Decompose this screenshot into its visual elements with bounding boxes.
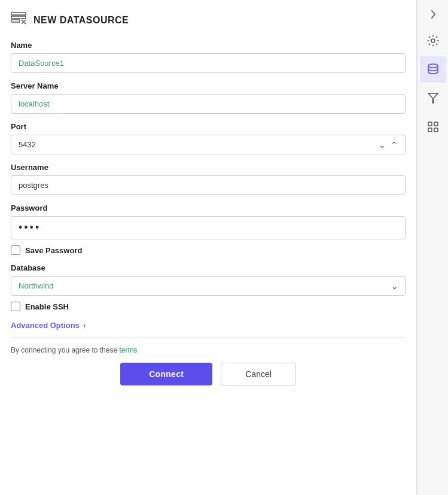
enable-ssh-label: Enable SSH: [25, 302, 69, 311]
database-label: Database: [11, 263, 406, 272]
sidebar-settings-icon[interactable]: [420, 114, 446, 140]
svg-rect-0: [11, 13, 26, 15]
save-password-checkbox[interactable]: [11, 245, 20, 255]
save-password-row: Save Password: [11, 245, 406, 255]
username-input[interactable]: [11, 175, 406, 195]
svg-rect-2: [11, 20, 20, 22]
advanced-options-label: Advanced Options: [11, 321, 80, 330]
username-label: Username: [11, 163, 406, 172]
terms-text: By connecting you agree to these terms: [11, 346, 406, 354]
svg-point-5: [431, 39, 435, 42]
password-label: Password: [11, 204, 406, 212]
port-label: Port: [11, 122, 406, 131]
password-input[interactable]: [11, 216, 406, 239]
svg-rect-1: [11, 16, 26, 19]
server-label: Server Name: [11, 81, 406, 90]
enable-ssh-checkbox[interactable]: [11, 302, 20, 311]
port-wrapper: ⌄ ⌃: [11, 135, 406, 154]
form-header: NEW DATASOURCE: [11, 12, 406, 29]
sidebar-database-icon[interactable]: [420, 56, 446, 83]
button-row: Connect Cancel: [11, 363, 406, 385]
database-select[interactable]: Northwind: [11, 276, 406, 296]
port-arrows: ⌄ ⌃: [377, 135, 406, 154]
terms-link[interactable]: terms: [119, 346, 137, 354]
name-label: Name: [11, 41, 406, 50]
svg-rect-9: [434, 122, 438, 126]
form-body: Name Server Name Port ⌄ ⌃ Username Passw…: [11, 41, 406, 485]
advanced-options-link[interactable]: Advanced Options ›: [11, 321, 406, 330]
svg-rect-11: [434, 128, 438, 132]
port-down-button[interactable]: ⌄: [377, 141, 388, 149]
cancel-button[interactable]: Cancel: [221, 363, 296, 385]
form-title: NEW DATASOURCE: [33, 15, 129, 26]
terms-prefix: By connecting you agree to these: [11, 346, 119, 354]
name-input[interactable]: [11, 53, 406, 73]
enable-ssh-row: Enable SSH: [11, 302, 406, 311]
sidebar-gear-icon[interactable]: [420, 28, 446, 54]
sidebar-chevron-icon[interactable]: [420, 4, 446, 25]
divider: [11, 337, 406, 338]
port-up-button[interactable]: ⌃: [389, 141, 400, 149]
svg-rect-8: [428, 122, 432, 126]
svg-marker-7: [428, 93, 438, 103]
server-input[interactable]: [11, 94, 406, 114]
sidebar: [417, 0, 448, 495]
svg-rect-10: [428, 128, 432, 132]
svg-point-6: [428, 64, 438, 68]
connect-button[interactable]: Connect: [120, 363, 212, 385]
advanced-options-chevron: ›: [83, 321, 86, 330]
port-input[interactable]: [11, 135, 406, 154]
main-panel: NEW DATASOURCE Name Server Name Port ⌄ ⌃…: [0, 0, 417, 495]
save-password-label: Save Password: [25, 246, 82, 255]
datasource-icon: [11, 12, 26, 29]
database-wrapper: Northwind ⌄: [11, 276, 406, 296]
sidebar-filter-icon[interactable]: [420, 85, 446, 111]
